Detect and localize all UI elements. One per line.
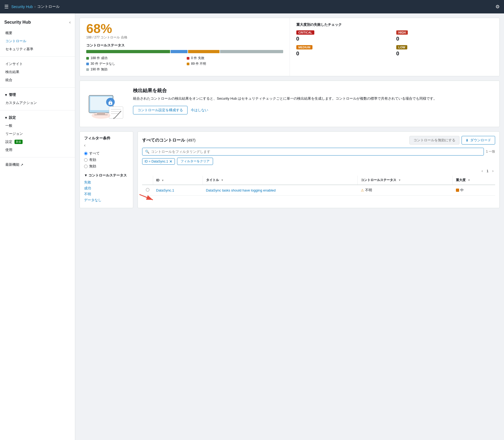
controls-title-text: すべてのコントロール xyxy=(142,138,185,143)
active-filter-label: ID = DataSync.1 xyxy=(145,160,168,163)
card-top: 68% 188 / 277 コントロール 合格 コントロールステータス 188 … xyxy=(80,18,499,76)
count-critical: 0 xyxy=(296,36,393,42)
sidebar-item-integrations[interactable]: 統合 xyxy=(0,76,75,84)
severity-low: LOW 0 xyxy=(396,45,493,57)
filter-link-nodata[interactable]: データなし xyxy=(84,198,129,203)
radio-enabled-label: 有効 xyxy=(89,157,96,162)
legend-dot-disabled xyxy=(86,68,89,71)
legend-disabled: 190 件 無効 xyxy=(86,67,182,72)
sidebar-item-findings[interactable]: 検出結果 xyxy=(0,68,75,76)
col-header-checkbox xyxy=(142,176,153,185)
download-button[interactable]: ⬇ ダウンロード xyxy=(462,136,495,145)
legend-unknown: 89 件 不明 xyxy=(187,62,283,66)
disable-controls-button[interactable]: コントロールを無効にする xyxy=(409,136,459,145)
count-medium: 0 xyxy=(296,51,393,57)
sidebar-item-latest[interactable]: 最新機能 ↗ xyxy=(0,161,75,169)
section-settings-title: 設定 xyxy=(9,115,16,120)
radio-all[interactable]: すべて xyxy=(84,151,129,156)
radio-enabled-input[interactable] xyxy=(84,158,88,162)
clear-filter-button[interactable]: フィルターをクリア xyxy=(177,158,213,165)
sidebar-item-general[interactable]: 一般 xyxy=(0,122,75,130)
col-header-title[interactable]: タイトル ▼ xyxy=(203,176,357,185)
filter-collapse-button[interactable]: ‹ xyxy=(84,143,129,148)
sidebar-item-regions[interactable]: リージョン xyxy=(0,130,75,138)
search-row: 🔍 1 一致 xyxy=(142,148,495,156)
status-bar xyxy=(86,50,283,53)
section-management-label: ▼ xyxy=(4,93,8,97)
integration-illustration xyxy=(86,87,127,120)
col-header-severity[interactable]: 重大度 ▼ xyxy=(453,176,495,185)
nav-divider-3 xyxy=(0,110,75,110)
col-header-status[interactable]: コントロールステータス ▼ xyxy=(358,176,453,185)
radio-disabled[interactable]: 無効 xyxy=(84,164,129,169)
row-id-cell[interactable]: DataSync.1 xyxy=(153,185,203,196)
sidebar-item-config[interactable]: 設定 新規 xyxy=(0,138,75,146)
annotation-arrow xyxy=(139,192,156,203)
col-header-id[interactable]: ID ▼ xyxy=(153,176,203,185)
sidebar-item-controls[interactable]: コントロール xyxy=(0,37,75,45)
legend-dot-nodata xyxy=(86,63,89,65)
filter-subsection-title: ▼ コントロールステータス xyxy=(84,173,129,178)
filter-link-failed[interactable]: 失敗 xyxy=(84,180,129,185)
svg-point-13 xyxy=(92,112,110,119)
filter-panel-title: フィルター条件 xyxy=(84,136,129,141)
sidebar-item-standards[interactable]: セキュリティ基準 xyxy=(0,45,75,53)
configure-button[interactable]: コントロール設定を構成する xyxy=(133,106,188,114)
search-input[interactable] xyxy=(151,150,481,154)
integration-desc: 統合されたコントロールの検出結果をオンにすると、Security Hub はセキ… xyxy=(133,96,493,102)
radio-disabled-label: 無効 xyxy=(89,164,96,169)
control-status-label: コントロールステータス xyxy=(86,43,283,48)
legend-failed: 0 件 失敗 xyxy=(187,56,283,60)
svg-point-6 xyxy=(110,103,111,104)
bar-nodata xyxy=(171,50,188,53)
skip-button[interactable]: 今はしない xyxy=(191,106,208,114)
radio-all-label: すべて xyxy=(89,151,100,156)
severity-title: 重大度別の失敗したチェック xyxy=(296,22,493,27)
score-section: 68% 188 / 277 コントロール 合格 コントロールステータス 188 … xyxy=(80,18,290,76)
data-table: ID ▼ タイトル ▼ コントロールステータス ▼ xyxy=(142,176,495,196)
settings-icon[interactable]: ⚙ xyxy=(495,4,500,10)
row-select-radio[interactable] xyxy=(146,188,149,192)
section-settings-label: ▼ xyxy=(4,116,8,120)
sidebar-item-usage[interactable]: 使用 xyxy=(0,146,75,154)
integration-banner: 検出結果を統合 統合されたコントロールの検出結果をオンにすると、Security… xyxy=(80,81,500,127)
sort-icon-severity: ▼ xyxy=(468,179,470,182)
integration-title: 検出結果を統合 xyxy=(133,87,493,94)
filter-tag-clear-button[interactable]: ✕ xyxy=(169,159,172,164)
prev-page-button[interactable]: ‹ xyxy=(480,168,484,174)
controls-area: フィルター条件 ‹ すべて 有効 無効 ▼ コント xyxy=(80,131,500,208)
main-content: 68% 188 / 277 コントロール 合格 コントロールステータス 188 … xyxy=(75,13,504,440)
breadcrumb-current: コントロール xyxy=(37,4,60,9)
controls-table: すべてのコントロール (497) コントロールを無効にする ⬇ ダウンロード 🔍 xyxy=(138,131,500,208)
sidebar-title: Security Hub xyxy=(4,20,31,25)
radio-disabled-input[interactable] xyxy=(84,165,88,168)
sidebar-header: Security Hub ‹ xyxy=(0,18,75,29)
nav-divider-1 xyxy=(0,56,75,57)
row-severity-cell: 中 xyxy=(453,185,495,196)
bar-unknown xyxy=(188,50,219,53)
sidebar-collapse-button[interactable]: ‹ xyxy=(69,20,71,25)
radio-enabled[interactable]: 有効 xyxy=(84,157,129,162)
radio-all-input[interactable] xyxy=(84,152,88,155)
search-box[interactable]: 🔍 xyxy=(142,148,484,156)
integration-card-inner: 検出結果を統合 統合されたコントロールの検出結果をオンにすると、Security… xyxy=(80,81,499,127)
count-high: 0 xyxy=(396,36,493,42)
next-page-button[interactable]: › xyxy=(491,168,495,174)
row-status-cell: ⚠ 不明 xyxy=(358,185,453,196)
filter-link-success[interactable]: 成功 xyxy=(84,186,129,191)
breadcrumb-security-hub[interactable]: Security Hub xyxy=(11,5,33,9)
sidebar-item-custom-actions[interactable]: カスタムアクション xyxy=(0,99,75,107)
row-title-cell[interactable]: DataSync tasks should have logging enabl… xyxy=(203,185,357,196)
menu-icon[interactable]: ☰ xyxy=(4,4,9,10)
section-management: ▼ 管理 xyxy=(0,91,75,99)
table-header-row: ID ▼ タイトル ▼ コントロールステータス ▼ xyxy=(142,176,495,185)
col-id-label: ID xyxy=(156,178,160,182)
filter-link-unknown[interactable]: 不明 xyxy=(84,192,129,197)
download-icon: ⬇ xyxy=(466,138,469,142)
sidebar-item-overview[interactable]: 概要 xyxy=(0,29,75,37)
sidebar-item-insights[interactable]: インサイト xyxy=(0,60,75,68)
match-count: 1 一致 xyxy=(486,149,495,154)
page-number: 1 xyxy=(487,169,488,173)
integration-actions: コントロール設定を構成する 今はしない xyxy=(133,106,493,114)
sort-icon-status: ▼ xyxy=(398,179,401,182)
